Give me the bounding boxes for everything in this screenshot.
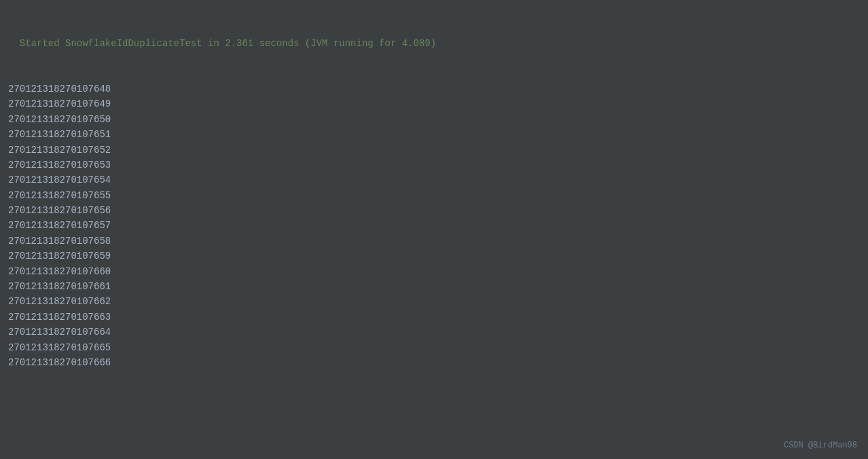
- id-lines-container: 2701213182701076482701213182701076492701…: [8, 81, 860, 370]
- id-line: 270121318270107666: [8, 355, 860, 370]
- id-line: 270121318270107663: [8, 310, 860, 325]
- id-line: 270121318270107661: [8, 279, 860, 294]
- id-line: 270121318270107664: [8, 325, 860, 339]
- id-line: 270121318270107660: [8, 264, 860, 279]
- id-line: 270121318270107653: [8, 158, 860, 172]
- id-line: 270121318270107657: [8, 218, 860, 233]
- id-line: 270121318270107662: [8, 294, 860, 309]
- id-line: 270121318270107656: [8, 203, 860, 218]
- id-line: 270121318270107655: [8, 188, 860, 203]
- id-line: 270121318270107658: [8, 234, 860, 249]
- id-line: 270121318270107654: [8, 172, 860, 187]
- header-line: Started SnowflakeIdDuplicateTest in 2.36…: [8, 36, 860, 51]
- id-line: 270121318270107651: [8, 127, 860, 142]
- watermark: CSDN @BirdMan98: [784, 439, 857, 452]
- console-output: Started SnowflakeIdDuplicateTest in 2.36…: [8, 5, 860, 386]
- id-line: 270121318270107652: [8, 143, 860, 158]
- id-line: 270121318270107665: [8, 340, 860, 355]
- id-line: 270121318270107649: [8, 96, 860, 111]
- id-line: 270121318270107650: [8, 112, 860, 127]
- id-line: 270121318270107659: [8, 249, 860, 263]
- id-line: 270121318270107648: [8, 81, 860, 96]
